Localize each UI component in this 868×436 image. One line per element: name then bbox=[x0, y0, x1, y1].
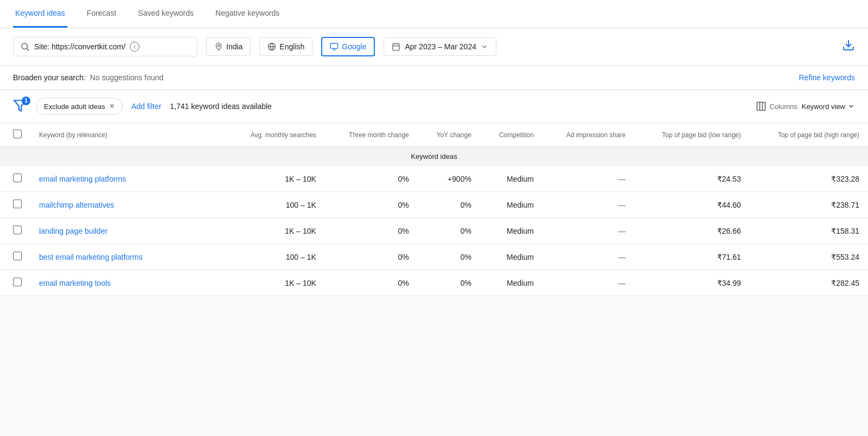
header-three-month[interactable]: Three month change bbox=[325, 123, 418, 147]
chevron-down-icon bbox=[481, 43, 488, 50]
row-bid-high: ₹553.24 bbox=[750, 244, 868, 270]
header-bid-low[interactable]: Top of page bid (low range) bbox=[634, 123, 750, 147]
row-checkbox-input[interactable] bbox=[13, 174, 22, 182]
date-range-chip[interactable]: Apr 2023 – Mar 2024 bbox=[384, 37, 496, 56]
tab-negative-keywords[interactable]: Negative keywords bbox=[213, 0, 282, 28]
search-icon bbox=[20, 42, 30, 52]
row-avg-monthly: 1K – 10K bbox=[225, 166, 324, 192]
chevron-down-icon bbox=[847, 102, 855, 110]
keyword-view-button[interactable]: Keyword view bbox=[802, 102, 855, 111]
header-avg-monthly[interactable]: Avg. monthly searches bbox=[225, 123, 324, 147]
row-checkbox[interactable] bbox=[0, 270, 30, 296]
row-bid-high: ₹238.71 bbox=[750, 192, 868, 218]
header-keyword[interactable]: Keyword (by relevance) bbox=[30, 123, 225, 147]
tab-keyword-ideas[interactable]: Keyword ideas bbox=[13, 0, 67, 28]
tab-forecast[interactable]: Forecast bbox=[85, 0, 118, 28]
filter-button[interactable]: 1 bbox=[13, 99, 27, 114]
row-bid-low: ₹34.99 bbox=[634, 270, 750, 296]
row-checkbox-input[interactable] bbox=[13, 200, 22, 208]
network-icon bbox=[330, 42, 339, 51]
row-yoy: 0% bbox=[418, 192, 480, 218]
broaden-value: No suggestions found bbox=[90, 73, 163, 82]
row-bid-low: ₹71.61 bbox=[634, 244, 750, 270]
row-keyword[interactable]: best email marketing platforms bbox=[30, 244, 225, 270]
row-keyword[interactable]: email marketing tools bbox=[30, 270, 225, 296]
network-chip[interactable]: Google bbox=[321, 37, 375, 56]
row-ad-impression: — bbox=[542, 244, 634, 270]
row-checkbox-input[interactable] bbox=[13, 278, 22, 286]
row-checkbox-input[interactable] bbox=[13, 252, 22, 260]
refine-keywords-link[interactable]: Refine keywords bbox=[799, 73, 856, 82]
add-filter-button[interactable]: Add filter bbox=[131, 102, 161, 111]
svg-point-0 bbox=[22, 43, 28, 49]
row-avg-monthly: 100 – 1K bbox=[225, 192, 324, 218]
row-keyword[interactable]: mailchimp alternatives bbox=[30, 192, 225, 218]
keyword-view-label: Keyword view bbox=[802, 102, 845, 111]
row-bid-low: ₹24.53 bbox=[634, 166, 750, 192]
broaden-label: Broaden your search: bbox=[13, 73, 86, 82]
row-checkbox[interactable] bbox=[0, 192, 30, 218]
exclude-adult-chip[interactable]: Exclude adult ideas × bbox=[36, 98, 123, 115]
toolbar-right: Columns Keyword view bbox=[756, 101, 856, 112]
table-header-row: Keyword (by relevance) Avg. monthly sear… bbox=[0, 123, 868, 147]
table-row: email marketing tools 1K – 10K 0% 0% Med… bbox=[0, 270, 868, 296]
columns-button[interactable]: Columns bbox=[756, 101, 797, 112]
select-all-checkbox[interactable] bbox=[13, 130, 22, 138]
header-ad-impression[interactable]: Ad impression share bbox=[542, 123, 634, 147]
location-label: India bbox=[226, 42, 242, 51]
svg-point-2 bbox=[218, 44, 219, 46]
svg-rect-12 bbox=[757, 102, 765, 111]
search-value: Site: https://convertkit.com/ bbox=[34, 42, 125, 51]
keywords-table: Keyword (by relevance) Avg. monthly sear… bbox=[0, 123, 868, 296]
filter-bar: Site: https://convertkit.com/ i India En… bbox=[0, 28, 868, 66]
row-ad-impression: — bbox=[542, 192, 634, 218]
row-three-month: 0% bbox=[325, 192, 418, 218]
tab-saved-keywords[interactable]: Saved keywords bbox=[136, 0, 196, 28]
exclude-chip-close[interactable]: × bbox=[110, 101, 114, 111]
language-icon bbox=[267, 42, 276, 51]
header-checkbox-col[interactable] bbox=[0, 123, 30, 147]
row-three-month: 0% bbox=[325, 270, 418, 296]
row-checkbox[interactable] bbox=[0, 166, 30, 192]
row-avg-monthly: 1K – 10K bbox=[225, 218, 324, 244]
row-avg-monthly: 100 – 1K bbox=[225, 244, 324, 270]
location-chip[interactable]: India bbox=[206, 37, 251, 56]
search-box[interactable]: Site: https://convertkit.com/ i bbox=[13, 37, 197, 56]
svg-rect-3 bbox=[331, 43, 338, 48]
row-yoy: +900% bbox=[418, 166, 480, 192]
ideas-count: 1,741 keyword ideas available bbox=[170, 102, 272, 111]
row-three-month: 0% bbox=[325, 244, 418, 270]
row-three-month: 0% bbox=[325, 218, 418, 244]
table-row: email marketing platforms 1K – 10K 0% +9… bbox=[0, 166, 868, 192]
row-competition: Medium bbox=[480, 244, 542, 270]
network-label: Google bbox=[342, 42, 366, 51]
row-ad-impression: — bbox=[542, 166, 634, 192]
section-header-row: Keyword ideas bbox=[0, 147, 868, 166]
row-ad-impression: — bbox=[542, 218, 634, 244]
row-three-month: 0% bbox=[325, 166, 418, 192]
section-label: Keyword ideas bbox=[0, 147, 868, 166]
date-range-label: Apr 2023 – Mar 2024 bbox=[405, 42, 476, 51]
download-button[interactable] bbox=[842, 39, 855, 55]
table-row: best email marketing platforms 100 – 1K … bbox=[0, 244, 868, 270]
table-row: landing page builder 1K – 10K 0% 0% Medi… bbox=[0, 218, 868, 244]
row-competition: Medium bbox=[480, 166, 542, 192]
filter-badge: 1 bbox=[22, 97, 30, 105]
row-competition: Medium bbox=[480, 270, 542, 296]
location-icon bbox=[214, 42, 223, 51]
header-bid-high[interactable]: Top of page bid (high range) bbox=[750, 123, 868, 147]
row-checkbox-input[interactable] bbox=[13, 226, 22, 234]
row-checkbox[interactable] bbox=[0, 218, 30, 244]
info-icon[interactable]: i bbox=[130, 42, 139, 52]
row-bid-high: ₹282.45 bbox=[750, 270, 868, 296]
row-checkbox[interactable] bbox=[0, 244, 30, 270]
header-competition[interactable]: Competition bbox=[480, 123, 542, 147]
row-keyword[interactable]: email marketing platforms bbox=[30, 166, 225, 192]
row-bid-low: ₹44.60 bbox=[634, 192, 750, 218]
svg-line-1 bbox=[27, 48, 29, 50]
header-yoy[interactable]: YoY change bbox=[418, 123, 480, 147]
row-yoy: 0% bbox=[418, 244, 480, 270]
row-keyword[interactable]: landing page builder bbox=[30, 218, 225, 244]
language-chip[interactable]: English bbox=[259, 37, 312, 56]
row-competition: Medium bbox=[480, 192, 542, 218]
